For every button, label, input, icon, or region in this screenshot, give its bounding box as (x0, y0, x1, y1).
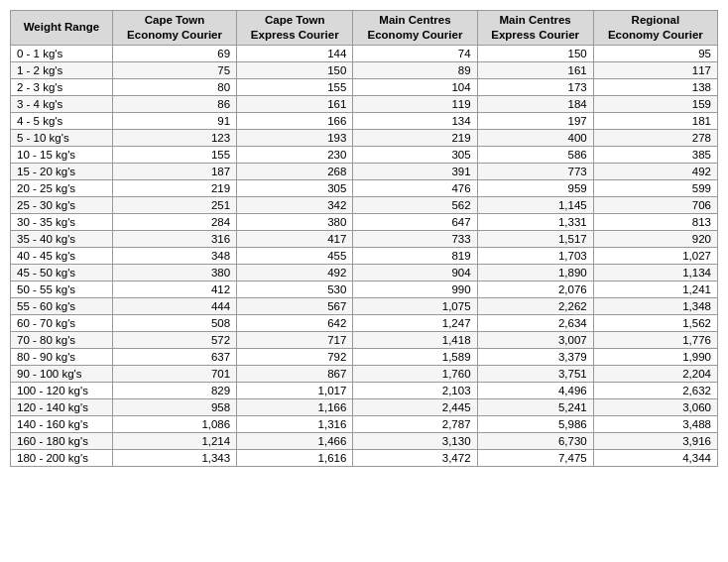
value-cell: 1,166 (237, 398, 353, 415)
value-cell: 268 (237, 163, 353, 179)
value-cell: 412 (112, 281, 236, 297)
table-row: 35 - 40 kg's3164177331,517920 (11, 230, 718, 247)
value-cell: 1,316 (237, 415, 353, 432)
value-cell: 476 (353, 179, 477, 196)
table-row: 55 - 60 kg's4445671,0752,2621,348 (11, 297, 718, 314)
value-cell: 86 (112, 95, 236, 112)
value-cell: 230 (237, 146, 353, 163)
value-cell: 492 (237, 264, 353, 281)
table-row: 5 - 10 kg's123193219400278 (11, 129, 718, 146)
value-cell: 197 (477, 112, 593, 129)
value-cell: 508 (112, 314, 236, 331)
table-row: 50 - 55 kg's4125309902,0761,241 (11, 281, 718, 297)
table-row: 2 - 3 kg's80155104173138 (11, 78, 718, 95)
value-cell: 173 (477, 78, 593, 95)
value-cell: 1,760 (353, 365, 477, 382)
value-cell: 181 (593, 112, 717, 129)
value-cell: 380 (112, 264, 236, 281)
value-cell: 278 (593, 129, 717, 146)
value-cell: 1,589 (353, 348, 477, 365)
table-row: 160 - 180 kg's1,2141,4663,1306,7303,916 (11, 432, 718, 449)
value-cell: 959 (477, 179, 593, 196)
value-cell: 562 (353, 196, 477, 213)
value-cell: 792 (237, 348, 353, 365)
table-row: 80 - 90 kg's6377921,5893,3791,990 (11, 348, 718, 365)
value-cell: 1,562 (593, 314, 717, 331)
header-mc-express: Main CentresExpress Courier (477, 11, 593, 46)
table-row: 20 - 25 kg's219305476959599 (11, 179, 718, 196)
value-cell: 4,496 (477, 382, 593, 398)
value-cell: 444 (112, 297, 236, 314)
weight-range-cell: 45 - 50 kg's (11, 264, 113, 281)
value-cell: 3,916 (593, 432, 717, 449)
value-cell: 3,488 (593, 415, 717, 432)
header-ct-economy: Cape TownEconomy Courier (112, 11, 236, 46)
weight-range-cell: 140 - 160 kg's (11, 415, 113, 432)
weight-range-cell: 180 - 200 kg's (11, 449, 113, 466)
value-cell: 813 (593, 213, 717, 230)
value-cell: 3,379 (477, 348, 593, 365)
weight-range-cell: 25 - 30 kg's (11, 196, 113, 213)
value-cell: 417 (237, 230, 353, 247)
value-cell: 1,348 (593, 297, 717, 314)
value-cell: 161 (477, 61, 593, 78)
value-cell: 1,703 (477, 247, 593, 264)
value-cell: 161 (237, 95, 353, 112)
weight-range-cell: 10 - 15 kg's (11, 146, 113, 163)
table-row: 120 - 140 kg's9581,1662,4455,2413,060 (11, 398, 718, 415)
value-cell: 1,134 (593, 264, 717, 281)
value-cell: 2,445 (353, 398, 477, 415)
value-cell: 1,343 (112, 449, 236, 466)
value-cell: 150 (237, 61, 353, 78)
table-row: 180 - 200 kg's1,3431,6163,4727,4754,344 (11, 449, 718, 466)
value-cell: 69 (112, 45, 236, 61)
value-cell: 348 (112, 247, 236, 264)
weight-range-cell: 3 - 4 kg's (11, 95, 113, 112)
weight-range-cell: 80 - 90 kg's (11, 348, 113, 365)
weight-range-cell: 100 - 120 kg's (11, 382, 113, 398)
header-reg-economy: RegionalEconomy Courier (593, 11, 717, 46)
weight-range-cell: 50 - 55 kg's (11, 281, 113, 297)
value-cell: 3,130 (353, 432, 477, 449)
value-cell: 219 (112, 179, 236, 196)
value-cell: 3,751 (477, 365, 593, 382)
weight-range-cell: 0 - 1 kg's (11, 45, 113, 61)
value-cell: 400 (477, 129, 593, 146)
value-cell: 3,472 (353, 449, 477, 466)
value-cell: 1,517 (477, 230, 593, 247)
value-cell: 642 (237, 314, 353, 331)
value-cell: 80 (112, 78, 236, 95)
weight-range-cell: 40 - 45 kg's (11, 247, 113, 264)
value-cell: 1,027 (593, 247, 717, 264)
value-cell: 75 (112, 61, 236, 78)
value-cell: 155 (237, 78, 353, 95)
weight-range-cell: 2 - 3 kg's (11, 78, 113, 95)
table-row: 25 - 30 kg's2513425621,145706 (11, 196, 718, 213)
value-cell: 567 (237, 297, 353, 314)
value-cell: 958 (112, 398, 236, 415)
weight-range-cell: 1 - 2 kg's (11, 61, 113, 78)
value-cell: 284 (112, 213, 236, 230)
value-cell: 1,466 (237, 432, 353, 449)
value-cell: 2,634 (477, 314, 593, 331)
table-row: 60 - 70 kg's5086421,2472,6341,562 (11, 314, 718, 331)
table-row: 70 - 80 kg's5727171,4183,0071,776 (11, 331, 718, 348)
value-cell: 1,331 (477, 213, 593, 230)
weight-range-cell: 35 - 40 kg's (11, 230, 113, 247)
weight-range-cell: 15 - 20 kg's (11, 163, 113, 179)
header-mc-economy: Main CentresEconomy Courier (353, 11, 477, 46)
value-cell: 1,145 (477, 196, 593, 213)
value-cell: 123 (112, 129, 236, 146)
value-cell: 2,103 (353, 382, 477, 398)
value-cell: 316 (112, 230, 236, 247)
table-row: 40 - 45 kg's3484558191,7031,027 (11, 247, 718, 264)
table-row: 30 - 35 kg's2843806471,331813 (11, 213, 718, 230)
value-cell: 1,990 (593, 348, 717, 365)
value-cell: 184 (477, 95, 593, 112)
value-cell: 1,017 (237, 382, 353, 398)
value-cell: 134 (353, 112, 477, 129)
value-cell: 5,986 (477, 415, 593, 432)
table-row: 1 - 2 kg's7515089161117 (11, 61, 718, 78)
value-cell: 2,262 (477, 297, 593, 314)
value-cell: 1,418 (353, 331, 477, 348)
